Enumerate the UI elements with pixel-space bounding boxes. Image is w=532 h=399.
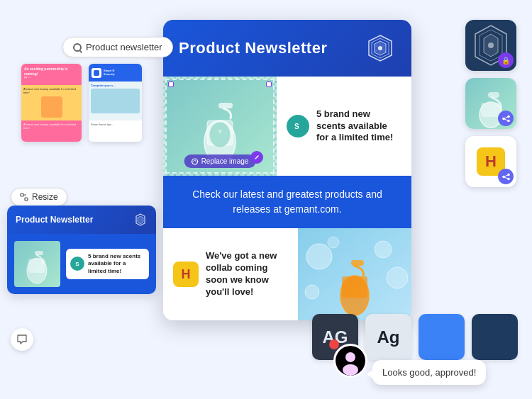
svg-marker-27 (138, 216, 143, 224)
search-value: Product newsletter (86, 42, 162, 52)
color-swatch-dark-blue[interactable] (472, 314, 518, 360)
sp-body: S 5 brand new scents available for a lim… (7, 234, 156, 294)
share-icon-2 (502, 173, 510, 181)
tc1-body: A brand new beauty available for a limit… (21, 85, 82, 120)
right-icon-1[interactable]: 🔒 (465, 20, 516, 71)
s-brand-icon: S (292, 120, 304, 132)
main-newsletter-card: Product Newsletter (163, 20, 411, 320)
sp-title: Product Newsletter (16, 215, 93, 225)
lock-badge-1: 🔒 (498, 52, 514, 68)
h-brand-icon: H (173, 262, 199, 287)
speech-bubble: Looks good, approved! (372, 360, 486, 385)
mc-collab-text-area: H We've got a new collab coming soon we … (163, 228, 298, 320)
svg-point-34 (488, 43, 494, 48)
resize-button[interactable]: Resize (11, 188, 67, 206)
avatar-image (336, 346, 365, 376)
tc2-body: Complete your s... (89, 82, 142, 120)
right-icons-panel: 🔒 H (465, 20, 516, 187)
edit-icon-small[interactable] (250, 151, 263, 164)
template-card-1[interactable]: An exciting partnership is coming! pty -… (21, 64, 82, 142)
sp-brand-logo-icon (133, 213, 148, 227)
svg-rect-19 (342, 276, 367, 298)
sp-text-area: S 5 brand new scents available for a lim… (66, 249, 149, 279)
tc1-header: An exciting partnership is coming! pty -… (21, 64, 82, 85)
edit-pencil-icon (253, 154, 260, 161)
right-icon-3[interactable]: H (465, 136, 516, 187)
svg-line-46 (504, 174, 509, 176)
svg-rect-37 (488, 92, 499, 98)
search-bar[interactable]: Product newsletter (62, 37, 173, 57)
product-image[interactable]: S Replace image (163, 77, 277, 176)
mc-card-title: Product Newsletter (179, 39, 328, 57)
scent-description: 5 brand new scents available for a limit… (316, 108, 401, 145)
svg-point-25 (328, 237, 339, 248)
mc-section1: S Replace image S 5 brand new scents ava… (163, 77, 411, 176)
svg-rect-12 (218, 103, 233, 108)
sp-spray-icon (14, 241, 60, 287)
mc-section2: Check our latest and greatest products a… (163, 176, 411, 228)
share-icon (502, 115, 510, 123)
notification-dot (329, 339, 339, 349)
svg-point-15 (192, 159, 198, 164)
svg-rect-20 (351, 260, 364, 266)
svg-line-42 (504, 118, 509, 120)
svg-point-50 (343, 364, 358, 376)
svg-point-21 (306, 244, 332, 269)
share-badge-2 (498, 111, 514, 126)
comment-icon (16, 334, 28, 345)
replace-image-button[interactable]: Replace image (184, 154, 256, 168)
sp-scent-icon: S (70, 257, 84, 271)
mc-section3: H We've got a new collab coming soon we … (163, 228, 411, 320)
mc-card-header: Product Newsletter (163, 20, 411, 77)
resize-icon (20, 193, 28, 201)
search-icon (73, 43, 82, 52)
collab-product-image (298, 228, 411, 320)
mc-section1-text-area: S 5 brand new scents available for a lim… (277, 77, 411, 176)
share-badge-3 (498, 169, 514, 184)
user-avatar[interactable] (333, 344, 367, 378)
svg-text:S: S (294, 123, 299, 130)
svg-point-24 (305, 285, 319, 299)
svg-rect-1 (25, 198, 28, 201)
svg-point-13 (209, 122, 231, 147)
svg-rect-0 (21, 193, 23, 196)
spray-bottle-icon: S (184, 82, 255, 167)
svg-point-23 (387, 267, 408, 288)
sp-product-image (14, 241, 60, 287)
scent-brand-icon: S (287, 115, 309, 137)
feedback-icon[interactable] (11, 328, 33, 351)
font-ag-light[interactable]: Ag (365, 314, 411, 360)
ag-light-label: Ag (377, 327, 400, 347)
resize-label: Resize (32, 192, 58, 202)
section2-text: Check our latest and greatest products a… (179, 187, 396, 217)
brand-logo-icon (365, 33, 396, 64)
speech-text: Looks good, approved! (382, 367, 476, 378)
svg-line-47 (504, 176, 509, 179)
color-swatch-blue[interactable] (419, 314, 465, 360)
replace-icon (192, 158, 199, 165)
tc2-footer: Smart home tips... (89, 120, 142, 142)
small-preview-card: Product Newsletter S 5 brand new scents … (7, 206, 156, 294)
collab-spray-icon (298, 228, 411, 320)
right-icon-2[interactable] (465, 78, 516, 129)
tc1-footer: A brand new beauty available for a limit… (21, 120, 82, 142)
collab-description: We've got a new collab coming soon we kn… (206, 250, 288, 298)
svg-point-22 (375, 241, 392, 258)
svg-point-49 (345, 352, 355, 362)
sp-header: Product Newsletter (7, 206, 156, 234)
svg-rect-30 (35, 251, 43, 255)
template-card-2[interactable]: Smart HSecurity Complete your s... Smart… (89, 64, 142, 142)
sp-scent-text: 5 brand new scents available for a limit… (88, 253, 145, 275)
avatar-area: Looks good, approved! (333, 344, 367, 378)
replace-image-label: Replace image (201, 157, 249, 165)
svg-text:S: S (218, 129, 221, 133)
tc2-header: Smart HSecurity (89, 64, 142, 82)
svg-line-41 (504, 116, 509, 118)
